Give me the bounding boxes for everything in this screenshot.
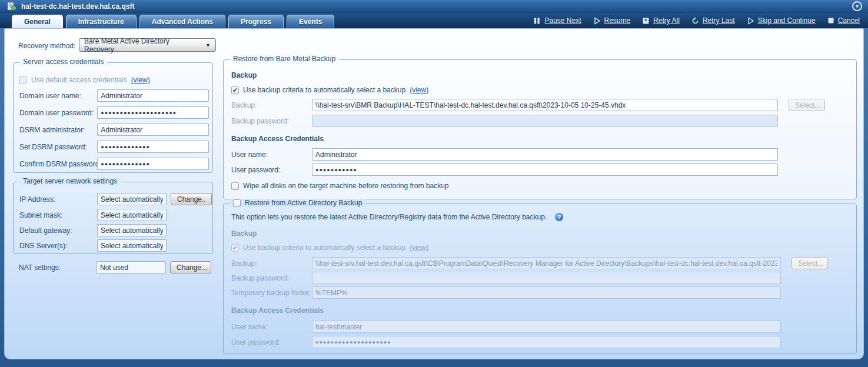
retry-all-button[interactable]: Retry All <box>642 16 680 25</box>
bmr-criteria-checkbox[interactable]: ✔ <box>231 86 239 94</box>
bmr-backup-password-label: Backup password: <box>231 117 312 125</box>
tab-events[interactable]: Events <box>287 15 334 28</box>
set-dsrm-password-row: Set DSRM password: <box>19 141 209 153</box>
domain-user-name-label: Domain user name: <box>19 92 97 100</box>
nat-change-button[interactable]: Change... <box>170 261 211 273</box>
titlebar: hal-test-dc.hal-test.dev.hal.ca.qsft ▾ <box>0 0 868 13</box>
bare-metal-restore-legend: Restore from Bare Metal Backup <box>230 55 339 63</box>
confirm-dsrm-password-label: Confirm DSRM password: <box>19 160 97 168</box>
help-icon[interactable]: ? <box>555 213 563 221</box>
dsrm-administrator-row: DSRM administrator: <box>19 124 209 136</box>
server-access-credentials-group: Server access credentials ✔ Use default … <box>13 62 213 173</box>
play-icon <box>593 17 601 25</box>
dsrm-administrator-label: DSRM administrator: <box>19 126 97 134</box>
bmr-criteria-row: ✔ Use backup criteria to automatically s… <box>231 86 428 94</box>
ad-criteria-checkbox[interactable]: ✔ <box>231 244 239 252</box>
skip-and-continue-button[interactable]: Skip and Continue <box>747 16 816 25</box>
bmr-wipe-disks-checkbox[interactable]: ✔ <box>231 182 239 190</box>
bmr-user-name-row: User name: <box>231 148 849 161</box>
set-dsrm-password-input[interactable] <box>97 141 209 153</box>
ad-user-password-input[interactable] <box>312 336 781 348</box>
nat-settings-label: NAT settings: <box>19 263 97 272</box>
ip-address-label: IP Address: <box>19 195 97 203</box>
ad-backup-path-input[interactable] <box>312 257 781 269</box>
domain-user-name-row: Domain user name: <box>19 89 209 102</box>
ip-address-input[interactable] <box>97 193 167 205</box>
domain-user-password-input[interactable] <box>97 106 209 119</box>
ad-backup-label: Backup: <box>231 259 312 268</box>
ip-address-change-button[interactable]: Change.. <box>171 193 212 205</box>
bmr-backup-select-button[interactable]: Select... <box>789 99 825 111</box>
bmr-user-password-input[interactable] <box>312 164 778 176</box>
domain-user-name-input[interactable] <box>97 89 209 102</box>
bmr-user-password-label: User password: <box>231 166 312 174</box>
ad-backup-row: Backup: Select... <box>231 257 852 269</box>
ad-restore-legend-label: Restore from Active Directory Backup <box>245 199 362 207</box>
retry-last-button[interactable]: Retry Last <box>691 16 735 25</box>
use-default-credentials-view-link[interactable]: (view) <box>131 76 150 84</box>
subnet-mask-row: Subnet mask: <box>19 209 209 221</box>
server-access-credentials-legend: Server access credentials <box>19 58 107 66</box>
tab-progress[interactable]: Progress <box>228 15 284 28</box>
dns-servers-row: DNS Server(s): <box>19 239 209 252</box>
bmr-user-name-input[interactable] <box>312 148 778 161</box>
stop-icon <box>827 17 834 24</box>
ad-user-password-row: User password: <box>231 336 852 348</box>
ad-user-name-label: User name: <box>231 323 312 331</box>
resume-button[interactable]: Resume <box>593 16 631 25</box>
cancel-button[interactable]: Cancel <box>827 16 860 25</box>
default-gateway-input[interactable] <box>97 224 167 236</box>
default-gateway-row: Default gateway: <box>19 224 209 236</box>
ad-credentials-heading: Backup Access Credentials <box>231 306 324 315</box>
domain-user-password-row: Domain user password: <box>19 106 209 119</box>
bmr-wipe-disks-row: ✔ Wipe all disks on the target machine b… <box>231 182 449 190</box>
subnet-mask-label: Subnet mask: <box>19 211 97 219</box>
default-gateway-label: Default gateway: <box>19 226 97 235</box>
ad-backup-heading: Backup <box>231 229 257 238</box>
bmr-backup-row: Backup: Select... <box>231 99 849 111</box>
confirm-dsrm-password-row: Confirm DSRM password: <box>19 158 209 170</box>
recovery-method-select[interactable]: Bare Metal Active Directory Recovery ▼ <box>79 38 216 52</box>
nat-settings-input[interactable] <box>97 261 166 273</box>
tab-infrastructure[interactable]: Infrastructure <box>66 15 137 28</box>
pause-next-button[interactable]: Pause Next <box>533 16 581 25</box>
domain-controller-icon <box>7 2 16 11</box>
ad-restore-checkbox[interactable]: ✔ <box>233 199 241 207</box>
bmr-criteria-view-link[interactable]: (view) <box>410 86 428 94</box>
collapse-chevron-icon[interactable]: ▾ <box>852 1 862 11</box>
ad-backup-select-button[interactable]: Select... <box>791 257 828 269</box>
chevron-down-icon: ▼ <box>199 42 211 48</box>
dns-servers-label: DNS Server(s): <box>19 242 97 250</box>
dns-servers-input[interactable] <box>97 239 167 252</box>
bmr-backup-heading: Backup <box>231 71 257 79</box>
recovery-method-label: Recovery method: <box>18 42 75 50</box>
ad-criteria-view-link[interactable]: (view) <box>410 243 428 252</box>
ip-address-row: IP Address: Change.. <box>19 193 209 205</box>
tabs: General Infrastructure Advanced Actions … <box>12 14 334 28</box>
ad-temp-folder-input[interactable] <box>312 286 781 299</box>
bmr-backup-path-input[interactable] <box>312 99 778 111</box>
ad-backup-password-input[interactable] <box>312 272 781 284</box>
recovery-manager-window: hal-test-dc.hal-test.dev.hal.ca.qsft ▾ G… <box>0 0 868 367</box>
set-dsrm-password-label: Set DSRM password: <box>19 143 97 151</box>
ad-user-name-input[interactable] <box>312 321 781 333</box>
bmr-criteria-label: Use backup criteria to automatically sel… <box>243 86 405 94</box>
dsrm-administrator-input[interactable] <box>97 124 209 136</box>
bmr-user-password-row: User password: <box>231 164 849 176</box>
bmr-backup-password-input[interactable] <box>312 115 778 127</box>
recovery-method-row: Recovery method: <box>18 39 75 52</box>
bmr-backup-password-row: Backup password: <box>231 115 849 127</box>
confirm-dsrm-password-input[interactable] <box>97 158 209 170</box>
subnet-mask-input[interactable] <box>97 209 167 221</box>
tab-advanced-actions[interactable]: Advanced Actions <box>139 15 225 28</box>
pause-icon <box>533 17 541 25</box>
bmr-backup-label: Backup: <box>231 101 312 109</box>
toolbar: Pause Next Resume Retry All Retry Last <box>533 13 860 28</box>
general-tab-panel: Recovery method: Bare Metal Active Direc… <box>4 28 864 359</box>
use-default-credentials-checkbox[interactable]: ✔ <box>19 76 27 84</box>
ad-restore-group: ✔ Restore from Active Directory Backup T… <box>223 203 857 354</box>
retry-all-icon <box>642 17 650 25</box>
ad-criteria-row: ✔ Use backup criteria to automatically s… <box>231 243 428 252</box>
tab-general[interactable]: General <box>12 15 63 28</box>
ad-description-row: This option lets you restore the latest … <box>231 213 563 221</box>
